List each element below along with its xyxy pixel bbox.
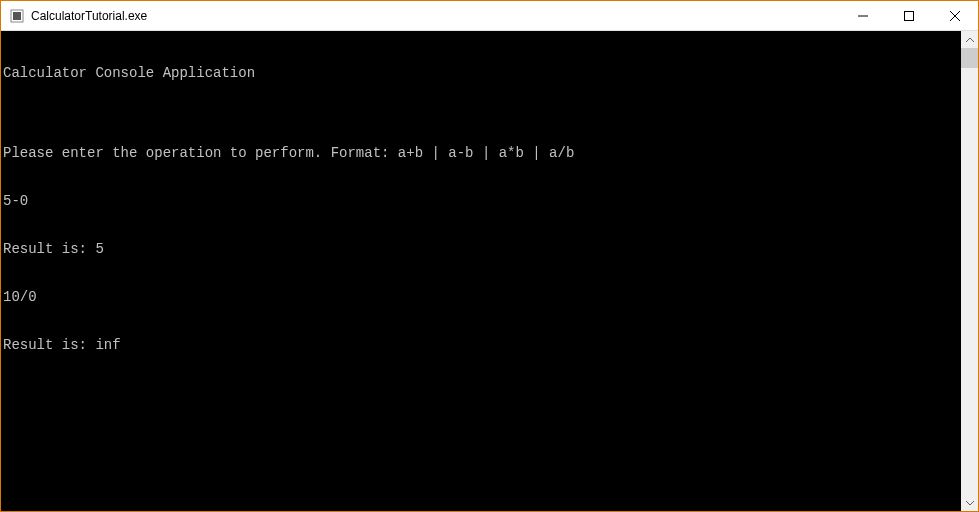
window-title: CalculatorTutorial.exe (31, 9, 840, 23)
maximize-icon (904, 11, 914, 21)
svg-rect-3 (905, 11, 914, 20)
console-line: Calculator Console Application (3, 65, 961, 81)
chevron-up-icon (966, 36, 974, 44)
app-icon (9, 8, 25, 24)
maximize-button[interactable] (886, 1, 932, 30)
content-area: Calculator Console Application Please en… (1, 31, 978, 511)
vertical-scrollbar[interactable] (961, 31, 978, 511)
console-line: Result is: 5 (3, 241, 961, 257)
console-line: 5-0 (3, 193, 961, 209)
chevron-down-icon (966, 499, 974, 507)
scroll-track[interactable] (961, 48, 978, 494)
minimize-icon (858, 11, 868, 21)
scroll-thumb[interactable] (961, 48, 978, 68)
console-line: Please enter the operation to perform. F… (3, 145, 961, 161)
titlebar[interactable]: CalculatorTutorial.exe (1, 1, 978, 31)
close-icon (950, 11, 960, 21)
close-button[interactable] (932, 1, 978, 30)
minimize-button[interactable] (840, 1, 886, 30)
console-line: 10/0 (3, 289, 961, 305)
scroll-down-button[interactable] (961, 494, 978, 511)
window-controls (840, 1, 978, 30)
console-line: Result is: inf (3, 337, 961, 353)
console-output[interactable]: Calculator Console Application Please en… (1, 31, 961, 511)
svg-rect-1 (13, 12, 21, 20)
scroll-up-button[interactable] (961, 31, 978, 48)
app-window: CalculatorTutorial.exe Calculator (0, 0, 979, 512)
